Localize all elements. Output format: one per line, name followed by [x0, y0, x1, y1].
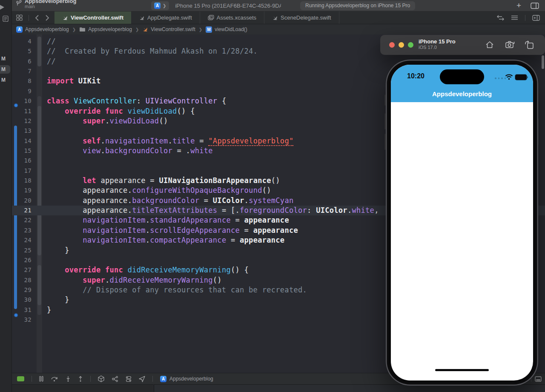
line-number[interactable]: 11 [12, 106, 36, 116]
swap-arrows-icon[interactable] [497, 15, 504, 21]
line-number[interactable]: 17 [12, 166, 36, 176]
file-status-badge[interactable]: M [0, 54, 10, 63]
zoom-button[interactable] [408, 42, 413, 48]
step-over-icon[interactable] [51, 376, 58, 382]
line-number[interactable]: 4 [12, 37, 36, 46]
divider [525, 15, 525, 21]
memory-graph-icon[interactable] [112, 376, 118, 382]
line-number[interactable]: 12 [12, 116, 36, 126]
play-triangle-icon[interactable] [0, 3, 4, 11]
line-number[interactable]: 20 [12, 196, 36, 206]
rotate-icon[interactable] [525, 40, 534, 49]
simulate-location-icon[interactable] [139, 376, 145, 382]
line-number[interactable]: 21 [12, 206, 36, 215]
assets-icon [208, 15, 214, 20]
line-number[interactable]: 19 [12, 186, 36, 195]
iphone-frame: 10:20 Appsdeveloperblog [386, 60, 538, 386]
iphone-screen[interactable]: 10:20 Appsdeveloperblog [391, 65, 533, 381]
line-number[interactable]: 27 [12, 265, 36, 275]
line-number[interactable]: 32 [12, 315, 36, 325]
step-into-icon[interactable] [66, 376, 71, 382]
breadcrumb-label: Appsdeveloperblog [88, 26, 132, 32]
divider [152, 376, 153, 382]
breadcrumb-label: Appsdeveloperblog [25, 26, 69, 32]
swift-icon [272, 15, 278, 21]
code-text: import UIKit [36, 76, 100, 86]
line-number[interactable]: 24 [12, 235, 36, 245]
code-text: super.viewDidLoad() [36, 116, 168, 126]
line-number[interactable]: 18 [12, 176, 36, 186]
add-tab-button[interactable]: + [516, 2, 521, 9]
variables-view[interactable] [12, 384, 153, 392]
breadcrumb-item[interactable]: MviewDidLoad() [206, 26, 247, 33]
debug-process[interactable]: A Appsdeveloperblog [160, 376, 213, 382]
line-number[interactable]: 23 [12, 226, 36, 235]
environment-overrides-icon[interactable] [126, 376, 132, 382]
line-number[interactable]: 15 [12, 146, 36, 156]
line-number[interactable]: 8 [12, 76, 36, 86]
toggle-inspector-icon[interactable] [531, 3, 539, 9]
back-chevron-icon[interactable] [35, 15, 39, 21]
cellular-icon [495, 77, 506, 79]
line-number[interactable]: 9 [12, 86, 36, 96]
editor-options-icon[interactable] [511, 15, 518, 20]
home-indicator[interactable] [435, 369, 489, 371]
tab-assets-xcassets[interactable]: Assets.xcassets [200, 11, 264, 24]
line-number[interactable]: 26 [12, 255, 36, 265]
app-icon: A [160, 376, 166, 382]
activity-status: Running Appsdeveloperblog on iPhone 15 P… [300, 1, 415, 10]
line-number[interactable]: 31 [12, 305, 36, 315]
run-destination[interactable]: iPhone 15 Pro (201EAF6B-E74C-4526-9DA2-8… [172, 3, 281, 9]
line-number[interactable]: 10 [12, 96, 36, 106]
code-text: appearance.backgroundColor = UIColor.sys… [36, 196, 293, 206]
simulator-titlebar[interactable] [380, 35, 545, 55]
swift-icon [142, 26, 148, 32]
debug-area-toggle[interactable] [17, 376, 24, 381]
breadcrumb-item[interactable]: Appsdeveloperblog [79, 26, 132, 32]
line-number[interactable]: 6 [12, 57, 36, 66]
line-number[interactable]: 13 [12, 126, 36, 136]
home-button-icon[interactable] [485, 40, 494, 49]
breadcrumb-label: viewDidLoad() [215, 26, 247, 32]
wifi-icon [505, 74, 513, 80]
tab-scenedelegate-swift[interactable]: SceneDelegate.swift [264, 11, 339, 24]
screenshot-camera-icon[interactable] [505, 40, 515, 49]
source-control-summary[interactable]: Appsdeveloperblog main [15, 0, 76, 9]
grid-icon[interactable] [16, 14, 23, 21]
tab-appdelegate-swift[interactable]: AppDelegate.swift [131, 11, 200, 24]
list-icon[interactable] [2, 15, 9, 22]
breadcrumb-item[interactable]: ViewController.swift [142, 26, 195, 32]
line-number[interactable]: 7 [12, 66, 36, 76]
line-number[interactable]: 22 [12, 215, 36, 225]
code-text: self.navigationItem.title = "Appsdevelop… [36, 136, 293, 146]
minimize-button[interactable] [399, 42, 404, 48]
scheme-pill[interactable]: A ❯ [151, 1, 169, 10]
line-number[interactable]: 30 [12, 295, 36, 305]
pause-icon[interactable] [39, 376, 43, 382]
line-number[interactable]: 14 [12, 136, 36, 146]
file-status-badge[interactable]: M [0, 65, 10, 74]
breadcrumb-item[interactable]: AAppsdeveloperblog [16, 26, 69, 33]
tab-viewcontroller-swift[interactable]: ViewController.swift [54, 11, 131, 24]
line-number[interactable]: 25 [12, 246, 36, 255]
forward-chevron-icon[interactable] [45, 15, 49, 21]
hide-console-icon[interactable] [535, 376, 542, 382]
line-number[interactable]: 29 [12, 285, 36, 295]
scrollbar-thumb[interactable] [542, 55, 544, 69]
xcode-window: MMM Appsdeveloperblog main A ❯ iPhone 15… [0, 0, 545, 392]
add-editor-icon[interactable] [532, 15, 540, 21]
code-text: navigationItem.scrollEdgeAppearance = ap… [36, 226, 298, 235]
line-number[interactable]: 5 [12, 46, 36, 56]
file-status-badge[interactable]: M [0, 76, 10, 84]
line-number[interactable]: 16 [12, 156, 36, 166]
code-text: // [36, 37, 56, 46]
close-button[interactable] [389, 42, 395, 48]
scheme-selector[interactable]: A ❯ iPhone 15 Pro (201EAF6B-E74C-4526-9D… [151, 1, 281, 10]
divider [90, 376, 91, 382]
jump-bar: AAppsdeveloperblog❯Appsdeveloperblog❯Vie… [12, 24, 545, 34]
code-text [36, 315, 47, 325]
code-text: override func didReceiveMemoryWarning() … [36, 265, 249, 275]
view-hierarchy-icon[interactable] [98, 375, 104, 382]
line-number[interactable]: 28 [12, 275, 36, 285]
step-out-icon[interactable] [78, 376, 83, 382]
